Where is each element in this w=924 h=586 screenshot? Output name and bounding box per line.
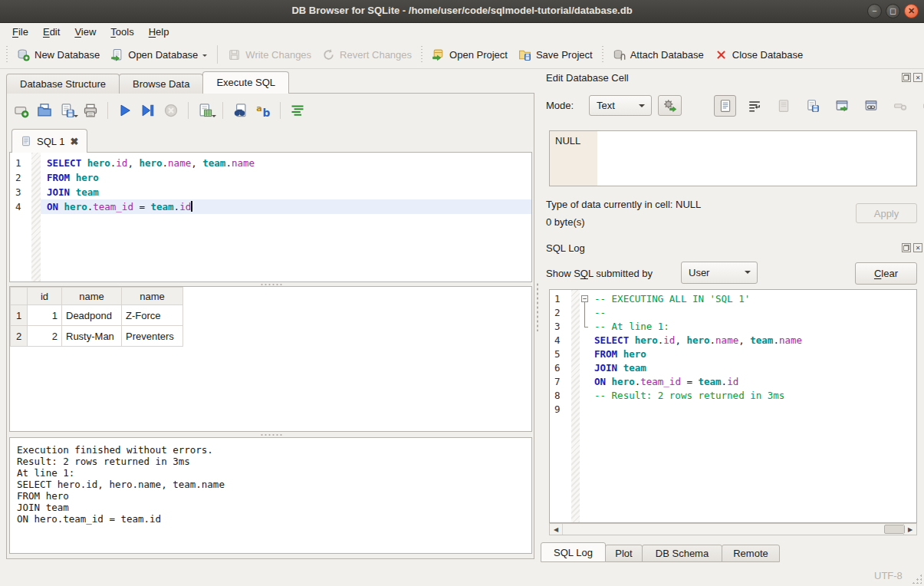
close-dock-icon[interactable]: ✕ — [913, 243, 922, 252]
minimize-button[interactable]: − — [867, 4, 882, 18]
menu-file[interactable]: File — [5, 25, 36, 39]
resize-grip[interactable] — [912, 574, 922, 584]
column-header[interactable]: name — [122, 288, 183, 305]
toolbar-grip[interactable] — [601, 46, 604, 63]
sql-log-code: -- EXECUTING ALL IN 'SQL 1'---- At line … — [591, 290, 916, 522]
toolbar-button-label: Attach Database — [630, 49, 704, 61]
row-header[interactable]: 1 — [11, 305, 28, 326]
dropdown-caret[interactable] — [74, 115, 78, 120]
line-number: 2 — [15, 170, 31, 185]
sql-editor-line[interactable]: FROM hero — [41, 170, 531, 185]
toolbar-button-label: Write Changes — [245, 49, 311, 61]
sql-editor-line[interactable]: JOIN team — [41, 185, 531, 199]
save-sql-file-icon[interactable] — [60, 103, 75, 118]
write-changes-icon — [228, 48, 241, 61]
dropdown-caret[interactable] — [202, 54, 207, 59]
cell-value-placeholder: NULL — [550, 131, 597, 186]
find-icon[interactable] — [232, 103, 248, 118]
execute-all-icon[interactable] — [117, 103, 133, 118]
tab-browse-data[interactable]: Browse Data — [119, 74, 203, 94]
cell-value-editor[interactable]: NULL — [549, 130, 917, 186]
dock-tab-sql-log[interactable]: SQL Log — [541, 542, 606, 562]
open-database-button[interactable]: Open Database — [105, 45, 212, 64]
encoding-indicator[interactable]: UTF-8 — [874, 570, 903, 581]
result-cell[interactable]: Z-Force — [122, 305, 183, 326]
mode-select[interactable]: Text — [589, 95, 652, 116]
clear-log-button[interactable]: Clear — [855, 262, 917, 285]
new-database-button[interactable]: New Database — [12, 45, 105, 64]
menu-help[interactable]: Help — [142, 25, 177, 39]
float-dock-icon[interactable] — [902, 73, 911, 82]
sql-log-horizontal-scrollbar[interactable]: ◀ ▶ — [549, 523, 917, 535]
print-icon[interactable] — [83, 103, 98, 118]
result-cell[interactable]: Deadpond — [62, 305, 122, 326]
result-cell[interactable]: Preventers — [122, 326, 183, 347]
svg-text:a: a — [256, 104, 262, 114]
sql-file-tab[interactable]: SQL 1 ✖ — [12, 129, 87, 153]
column-header[interactable]: name — [62, 288, 122, 305]
export-button[interactable] — [830, 95, 853, 117]
scrollbar-thumb[interactable] — [884, 525, 905, 534]
fold-collapse-icon[interactable]: − — [581, 295, 588, 302]
open-project-button[interactable]: Open Project — [426, 45, 513, 64]
float-dock-icon[interactable] — [902, 243, 911, 252]
maximize-button[interactable]: ◻ — [886, 4, 900, 18]
sql-editor-line[interactable]: ON hero.team_id = team.id — [41, 199, 531, 214]
result-cell[interactable]: Rusty-Man — [62, 326, 122, 347]
word-wrap-button[interactable] — [743, 95, 765, 117]
open-in-window-button[interactable] — [860, 95, 882, 117]
result-cell[interactable]: 1 — [28, 305, 62, 326]
close-tab-icon[interactable]: ✖ — [70, 136, 78, 147]
tab-database-structure[interactable]: Database Structure — [6, 74, 120, 94]
sql-log-fold-margin[interactable]: − — [580, 290, 591, 522]
cell-type-info: Type of data currently in cell: NULL — [546, 199, 701, 210]
scroll-left-icon[interactable]: ◀ — [550, 524, 563, 535]
close-dock-icon[interactable]: ✕ — [913, 73, 922, 82]
menu-tools[interactable]: Tools — [104, 25, 141, 39]
vertical-splitter[interactable] — [536, 282, 539, 331]
text-cursor — [191, 201, 192, 212]
message-line: FROM hero — [17, 490, 524, 502]
sql-log-filter-select[interactable]: User — [681, 262, 758, 284]
save-as-button[interactable] — [801, 95, 824, 117]
line-number: 5 — [554, 347, 571, 361]
execute-line-icon[interactable] — [140, 103, 156, 118]
open-sql-file-icon[interactable] — [37, 103, 52, 118]
format-icon[interactable] — [290, 103, 305, 118]
print-button[interactable] — [918, 95, 924, 117]
message-line: Result: 2 rows returned in 3ms — [17, 456, 524, 467]
dropdown-caret[interactable] — [212, 115, 216, 120]
dock-tab-db-schema[interactable]: DB Schema — [642, 545, 722, 562]
text-document-button[interactable] — [714, 95, 736, 117]
sql-log-view[interactable]: 123456789 − -- EXECUTING ALL IN 'SQL 1'-… — [549, 289, 917, 523]
autocomplete-icon[interactable]: ab — [255, 103, 271, 118]
cell-text-area[interactable] — [597, 131, 916, 186]
toolbar-grip[interactable] — [420, 46, 423, 63]
apply-button[interactable]: Apply — [856, 203, 917, 223]
tab-execute-sql[interactable]: Execute SQL — [202, 71, 289, 94]
sql-editor-code[interactable]: SELECT hero.id, hero.name, team.nameFROM… — [41, 153, 531, 281]
new-sql-tab-icon[interactable] — [14, 103, 29, 118]
attach-database-icon — [613, 48, 626, 61]
column-header[interactable]: id — [28, 288, 62, 305]
titlebar[interactable]: DB Browser for SQLite - /home/user/code/… — [0, 0, 924, 23]
menu-edit[interactable]: Edit — [36, 25, 67, 39]
result-cell[interactable]: 2 — [28, 326, 62, 347]
window-title: DB Browser for SQLite - /home/user/code/… — [0, 5, 924, 16]
close-button[interactable]: ✕ — [904, 4, 919, 18]
dock-tab-plot[interactable]: Plot — [605, 545, 643, 562]
sql-editor[interactable]: 1234 SELECT hero.id, hero.name, team.nam… — [9, 152, 532, 282]
menu-view[interactable]: View — [67, 25, 104, 39]
save-results-icon[interactable] — [198, 103, 213, 118]
attach-database-button[interactable]: Attach Database — [607, 45, 709, 64]
toolbar-grip[interactable] — [5, 46, 8, 63]
sql-editor-line[interactable]: SELECT hero.id, hero.name, team.name — [41, 156, 531, 170]
save-project-button[interactable]: Save Project — [513, 45, 598, 64]
close-database-button[interactable]: Close Database — [709, 45, 809, 64]
mode-select-value: Text — [597, 100, 615, 111]
dock-tab-remote[interactable]: Remote — [722, 545, 780, 562]
apply-format-button[interactable] — [658, 95, 682, 116]
toolbar-separator — [107, 102, 108, 119]
scroll-right-icon[interactable]: ▶ — [903, 524, 916, 535]
row-header[interactable]: 2 — [11, 326, 28, 347]
